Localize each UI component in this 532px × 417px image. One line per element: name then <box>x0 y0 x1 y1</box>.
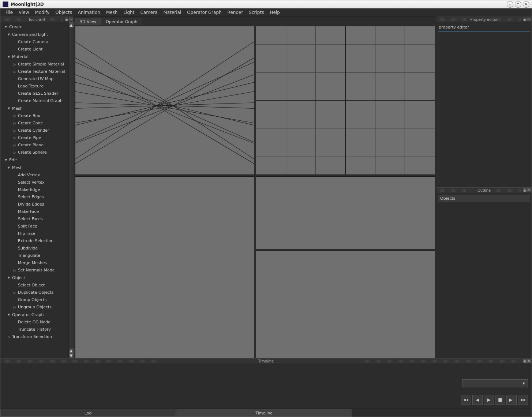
tree-item[interactable]: Create Camera <box>0 38 68 46</box>
menu-animation[interactable]: Animation <box>75 9 103 16</box>
tree-item[interactable]: Create Cylinder <box>0 127 68 134</box>
tree-item[interactable]: Subdivide <box>0 245 68 252</box>
tree-item[interactable]: Create Box <box>0 112 68 120</box>
detach-icon[interactable]: ▣ <box>523 18 527 21</box>
tree-item[interactable]: Make Edge <box>0 186 68 194</box>
tree-item[interactable]: Create Material Graph <box>0 97 68 105</box>
tree-item[interactable]: Triangulate <box>0 252 68 259</box>
menu-camera[interactable]: Camera <box>137 9 160 16</box>
collapse-icon[interactable] <box>5 157 8 163</box>
collapse-icon[interactable] <box>8 165 11 171</box>
menu-help[interactable]: Help <box>267 9 282 16</box>
expand-icon[interactable] <box>14 142 17 148</box>
skip-end-button[interactable]: ⏭ <box>518 395 528 405</box>
tree-item[interactable]: Create Cone <box>0 120 68 127</box>
tab-log[interactable]: Log <box>0 409 176 417</box>
detach-icon[interactable]: ▣ <box>523 359 527 363</box>
tree-item[interactable]: Create Light <box>0 46 68 53</box>
tree-item[interactable]: Extrude Selection <box>0 237 68 245</box>
viewport-front[interactable] <box>75 176 254 358</box>
scroll-track[interactable] <box>69 27 74 348</box>
tree-item[interactable]: Split Face <box>0 223 68 230</box>
close-panel-icon[interactable]: ✕ <box>527 359 531 363</box>
collapse-icon[interactable] <box>8 31 11 38</box>
expand-icon[interactable] <box>14 61 17 67</box>
menu-render[interactable]: Render <box>225 9 246 16</box>
tree-item[interactable]: Mesh <box>0 164 68 172</box>
tree-item[interactable]: Create Simple Material <box>0 61 68 68</box>
step-back-button[interactable]: ◀ <box>472 395 483 405</box>
menu-scripts[interactable]: Scripts <box>246 9 267 16</box>
timeline-header[interactable]: Timeline ▣ ✕ <box>0 358 532 364</box>
tree-item[interactable]: Flip Face <box>0 230 68 237</box>
close-panel-icon[interactable]: ✕ <box>527 188 531 192</box>
collapse-icon[interactable] <box>8 275 11 281</box>
detach-icon[interactable]: ▣ <box>523 188 527 192</box>
scroll-up-icon[interactable]: ▲ <box>69 22 74 27</box>
menu-mesh[interactable]: Mesh <box>103 9 121 16</box>
tree-item[interactable]: Create <box>0 23 68 31</box>
collapse-icon[interactable] <box>8 54 11 60</box>
close-panel-icon[interactable]: ✕ <box>527 18 531 21</box>
viewport-extra[interactable] <box>256 251 435 358</box>
expand-icon[interactable] <box>14 128 17 134</box>
tree-item[interactable]: Create Plane <box>0 142 68 149</box>
tree-item[interactable]: Set Normals Mode <box>0 267 68 274</box>
menu-material[interactable]: Material <box>161 9 184 16</box>
skip-start-button[interactable]: ⏮ <box>461 395 471 405</box>
minimize-button[interactable]: ⌄ <box>507 1 513 8</box>
tree-item[interactable]: Transform Selection <box>0 333 68 341</box>
tree-item[interactable]: Object <box>0 274 68 282</box>
tree-item[interactable]: Operator Graph <box>0 311 68 319</box>
tab-operator-graph[interactable]: Operator Graph <box>101 18 142 25</box>
menu-light[interactable]: Light <box>120 9 137 16</box>
stop-button[interactable]: ■ <box>495 395 505 405</box>
tab-3d-view[interactable]: 3D View <box>75 18 101 25</box>
expand-icon[interactable] <box>8 334 11 340</box>
viewport-perspective[interactable] <box>75 26 254 175</box>
tree-item[interactable]: Create Texture Material <box>0 68 68 75</box>
tree-item[interactable]: Truncate History <box>0 326 68 333</box>
expand-icon[interactable] <box>14 290 17 296</box>
scroll-down-icon[interactable]: ▼ <box>69 353 74 358</box>
tree-item[interactable]: Ungroup Objects <box>0 304 68 311</box>
tree-item[interactable]: Select Edges <box>0 194 68 201</box>
tree-item[interactable]: Duplicate Objects <box>0 289 68 296</box>
tree-scrollbar[interactable]: ▲ ▲ ▼ <box>68 22 74 358</box>
tree-item[interactable]: Create Pipe <box>0 134 68 142</box>
tool-tree[interactable]: CreateCamera and LightCreate CameraCreat… <box>0 22 68 358</box>
tree-item[interactable]: Create Sphere <box>0 149 68 156</box>
tab-timeline[interactable]: Timeline <box>176 409 352 417</box>
collapse-icon[interactable] <box>8 312 11 318</box>
collapse-icon[interactable] <box>5 24 8 30</box>
toolchest-header[interactable]: Toolchest ▣ ✕ <box>0 16 74 22</box>
menu-file[interactable]: File <box>3 9 16 16</box>
menu-modify[interactable]: Modify <box>32 9 53 16</box>
tree-item[interactable]: Load Texture <box>0 83 68 90</box>
titlebar[interactable]: Moonlight|3D ⌄ ⌃ ✕ <box>0 0 532 8</box>
tree-item[interactable]: Add Vertex <box>0 172 68 179</box>
menu-operator-graph[interactable]: Operator Graph <box>184 9 224 16</box>
close-panel-icon[interactable]: ✕ <box>69 18 73 21</box>
tree-item[interactable]: Divide Edges <box>0 201 68 208</box>
expand-icon[interactable] <box>14 113 17 119</box>
objects-header[interactable]: Objects <box>438 195 530 202</box>
tree-item[interactable]: Select Faces <box>0 215 68 223</box>
play-button[interactable]: ▶ <box>484 395 494 405</box>
tree-item[interactable]: Select Vertex <box>0 179 68 186</box>
tree-item[interactable]: Create GLSL Shader <box>0 90 68 97</box>
expand-icon[interactable] <box>14 69 17 75</box>
timeline-select[interactable]: ▼ <box>462 379 528 387</box>
dropdown-icon[interactable]: ▼ <box>521 382 526 385</box>
expand-icon[interactable] <box>14 135 17 141</box>
tree-item[interactable]: Material <box>0 53 68 61</box>
step-forward-button[interactable]: ▶| <box>506 395 517 405</box>
tree-item[interactable]: Merge Meshes <box>0 259 68 267</box>
property-box[interactable] <box>438 31 530 185</box>
expand-icon[interactable] <box>14 120 17 126</box>
tree-item[interactable]: Mesh <box>0 105 68 112</box>
outline-header[interactable]: Outline ▣ ✕ <box>437 187 532 193</box>
menu-objects[interactable]: Objects <box>52 9 75 16</box>
detach-icon[interactable]: ▣ <box>65 18 68 21</box>
tree-item[interactable]: Make Face <box>0 208 68 215</box>
